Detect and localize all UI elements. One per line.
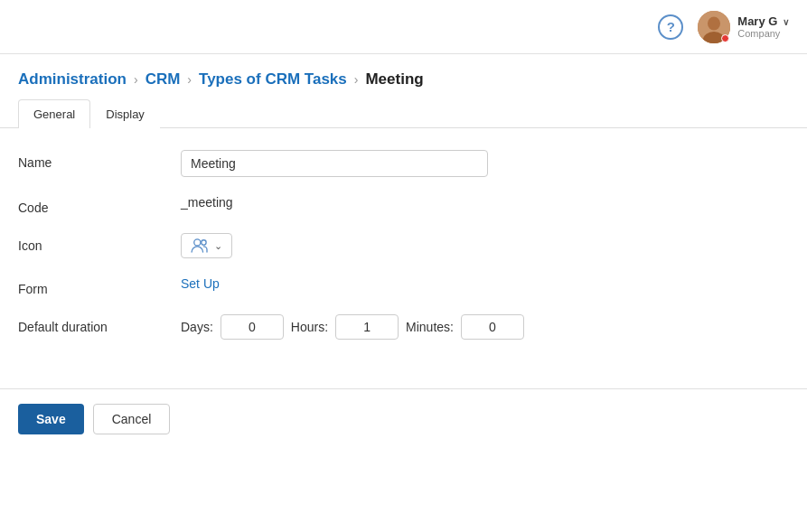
form-field: Set Up [181,276,723,291]
tabs: General Display [0,99,807,128]
icon-picker-button[interactable]: ⌄ [181,233,232,258]
days-label: Days: [181,320,213,334]
code-value: _meeting [181,190,233,210]
icon-field: ⌄ [181,233,723,258]
cancel-button[interactable]: Cancel [93,404,171,434]
icon-row: Icon ⌄ [18,233,789,258]
name-label: Name [18,150,181,170]
user-text: Mary G ∨ Company [737,14,789,39]
breadcrumb-crm[interactable]: CRM [145,70,181,89]
breadcrumb-sep-1: › [134,72,138,87]
name-input[interactable] [181,150,488,177]
tab-display[interactable]: Display [90,99,160,128]
icon-label: Icon [18,233,181,253]
svg-point-3 [194,239,201,246]
name-field [181,150,723,177]
duration-field: Days: Hours: Minutes: [181,314,723,340]
avatar-status-dot [721,34,729,42]
minutes-input[interactable] [461,314,524,340]
days-input[interactable] [221,314,284,340]
code-field: _meeting [181,195,723,210]
form-row: Form Set Up [18,276,789,296]
form-setup-link[interactable]: Set Up [181,276,220,291]
breadcrumb-types[interactable]: Types of CRM Tasks [199,70,347,89]
user-menu[interactable]: Mary G ∨ Company [698,11,789,43]
footer: Save Cancel [0,388,807,449]
header-right: ? Mary G ∨ Company [658,11,789,43]
code-row: Code _meeting [18,195,789,215]
breadcrumb-sep-3: › [354,72,359,87]
breadcrumb-administration[interactable]: Administration [18,70,127,89]
help-button[interactable]: ? [658,14,683,40]
form-content: Name Code _meeting Icon ⌄ [0,128,807,379]
icon-dropdown-arrow: ⌄ [214,240,222,252]
form-label: Form [18,276,181,296]
svg-point-1 [708,16,720,30]
user-company: Company [737,28,789,39]
header: ? Mary G ∨ Company [0,0,807,54]
breadcrumb: Administration › CRM › Types of CRM Task… [0,54,807,99]
code-label: Code [18,195,181,215]
duration-group: Days: Hours: Minutes: [181,314,723,340]
breadcrumb-sep-2: › [187,72,192,87]
user-name-text: Mary G [737,14,777,28]
hours-input[interactable] [335,314,399,340]
duration-row: Default duration Days: Hours: Minutes: [18,314,789,340]
meeting-icon [191,238,209,253]
hours-label: Hours: [291,320,328,334]
svg-point-4 [202,240,206,245]
duration-label: Default duration [18,314,181,334]
user-name: Mary G ∨ [737,14,789,28]
save-button[interactable]: Save [18,404,84,434]
name-row: Name [18,150,789,177]
minutes-label: Minutes: [406,320,454,334]
tab-general[interactable]: General [18,99,90,128]
breadcrumb-current: Meeting [365,70,423,89]
avatar [698,11,730,43]
user-chevron-icon: ∨ [783,17,789,27]
